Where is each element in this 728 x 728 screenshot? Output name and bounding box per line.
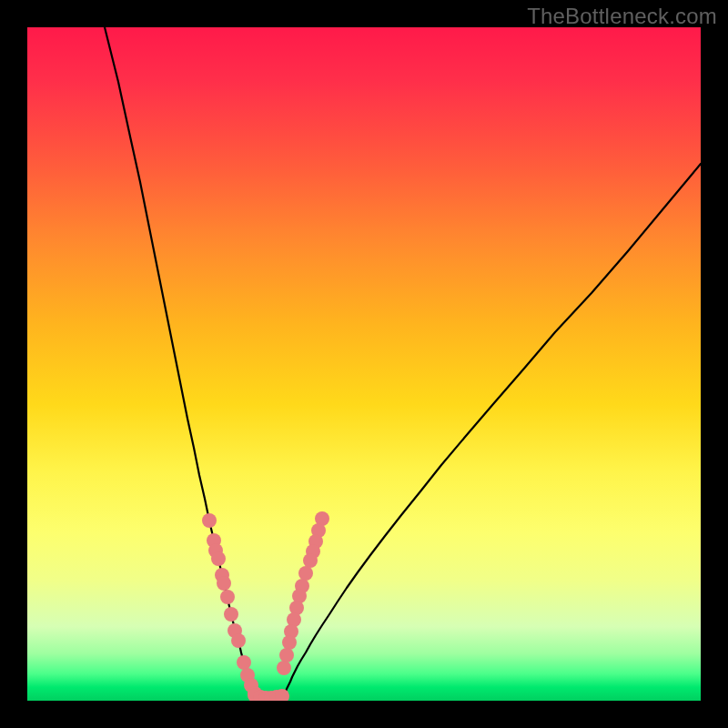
svg-point-7 — [224, 607, 238, 622]
svg-point-25 — [282, 635, 297, 650]
svg-point-19 — [298, 566, 313, 581]
svg-point-18 — [303, 553, 318, 568]
svg-point-0 — [202, 513, 217, 528]
svg-point-27 — [277, 661, 291, 675]
curve-overlay — [27, 27, 701, 701]
svg-point-26 — [279, 648, 294, 662]
plot-area — [27, 27, 701, 701]
chart-frame: TheBottleneck.com — [0, 0, 728, 728]
svg-point-3 — [211, 551, 226, 566]
svg-point-10 — [237, 655, 251, 670]
svg-point-5 — [217, 576, 231, 591]
watermark-text: TheBottleneck.com — [527, 4, 717, 29]
svg-point-9 — [231, 633, 246, 648]
svg-point-6 — [220, 590, 235, 604]
